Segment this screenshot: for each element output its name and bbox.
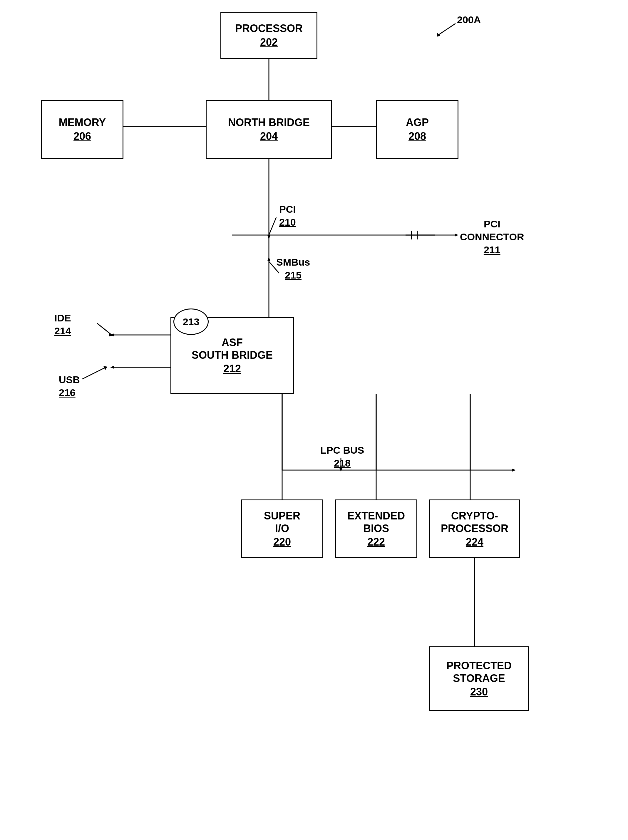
svg-marker-28 — [110, 333, 114, 336]
south-bridge-label: ASFSOUTH BRIDGE — [191, 336, 273, 362]
oval-213-num: 213 — [183, 316, 199, 328]
agp-box: AGP 208 — [376, 100, 459, 159]
svg-line-5 — [269, 218, 276, 235]
protected-storage-num: 230 — [470, 686, 488, 698]
processor-num: 202 — [260, 36, 278, 49]
svg-line-33 — [82, 367, 106, 379]
svg-marker-6 — [267, 235, 270, 240]
crypto-processor-num: 224 — [466, 536, 483, 548]
svg-line-29 — [97, 323, 112, 335]
svg-marker-14 — [267, 257, 270, 261]
processor-box: PROCESSOR 202 — [220, 12, 317, 59]
crypto-processor-box: CRYPTO-PROCESSOR 224 — [429, 499, 520, 558]
usb-label: USB — [59, 373, 80, 386]
protected-storage-box: PROTECTEDSTORAGE 230 — [429, 646, 529, 711]
extended-bios-box: EXTENDEDBIOS 222 — [335, 499, 417, 558]
smbus-annotation: SMBus 215 — [276, 256, 310, 281]
pci-annotation: PCI 210 — [279, 203, 296, 229]
svg-marker-32 — [110, 366, 114, 369]
super-io-box: SUPERI/O 220 — [241, 499, 323, 558]
south-bridge-num: 212 — [223, 363, 241, 375]
protected-storage-label: PROTECTEDSTORAGE — [446, 659, 512, 685]
svg-marker-36 — [437, 33, 440, 37]
pci-label: PCI — [279, 203, 296, 216]
pci-connector-annotation: PCI CONNECTOR 211 — [460, 218, 524, 256]
usb-num: 216 — [59, 386, 80, 399]
smbus-label: SMBus — [276, 256, 310, 268]
processor-label: PROCESSOR — [235, 22, 303, 35]
svg-marker-11 — [455, 234, 459, 237]
extended-bios-num: 222 — [367, 536, 385, 548]
ide-label: IDE — [54, 311, 71, 324]
svg-marker-30 — [109, 333, 112, 336]
pci-connector-num: 211 — [460, 243, 524, 256]
diagram-container: PROCESSOR 202 NORTH BRIDGE 204 MEMORY 20… — [0, 0, 628, 840]
usb-annotation: USB 216 — [59, 373, 80, 399]
oval-213: 213 — [173, 308, 209, 335]
extended-bios-label: EXTENDEDBIOS — [347, 510, 405, 535]
north-bridge-num: 204 — [260, 130, 278, 142]
svg-line-35 — [438, 24, 456, 35]
north-bridge-label: NORTH BRIDGE — [228, 116, 310, 129]
north-bridge-box: NORTH BRIDGE 204 — [206, 100, 332, 159]
pci-connector-label2: CONNECTOR — [460, 231, 524, 243]
ide-num: 214 — [54, 324, 71, 337]
lpc-bus-num: 218 — [320, 456, 364, 469]
svg-marker-34 — [103, 366, 107, 370]
diagram-id-label: 200A — [457, 13, 481, 26]
lpc-bus-label: LPC BUS — [320, 444, 364, 456]
memory-label: MEMORY — [59, 116, 106, 129]
super-io-num: 220 — [273, 536, 291, 548]
agp-label: AGP — [406, 116, 429, 129]
smbus-num: 215 — [276, 268, 310, 281]
svg-marker-20 — [512, 469, 516, 472]
pci-connector-label: PCI — [460, 218, 524, 231]
memory-num: 206 — [73, 130, 91, 142]
pci-num: 210 — [279, 216, 296, 229]
ide-annotation: IDE 214 — [54, 311, 71, 337]
crypto-processor-label: CRYPTO-PROCESSOR — [441, 510, 508, 535]
super-io-label: SUPERI/O — [264, 510, 301, 535]
agp-num: 208 — [408, 130, 426, 142]
lpc-bus-annotation: LPC BUS 218 — [320, 444, 364, 469]
memory-box: MEMORY 206 — [41, 100, 123, 159]
